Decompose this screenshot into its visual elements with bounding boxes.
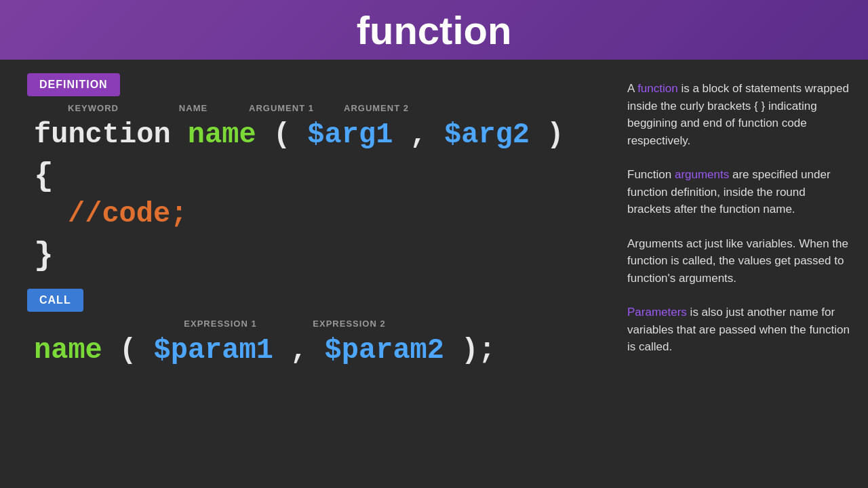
call-code-line: name ( $param1 , $param2 );	[27, 332, 583, 369]
left-panel: DEFINITION KEYWORD NAME ARGUMENT 1 ARGUM…	[0, 60, 610, 488]
col-expr1: EXPRESSION 1	[146, 319, 295, 329]
right-panel: A function is a block of statements wrap…	[610, 60, 868, 488]
arg2-token: $arg2	[444, 119, 530, 151]
open-brace-line: {	[27, 157, 583, 197]
arg1-token: $arg1	[307, 119, 393, 151]
call-label: CALL	[27, 289, 83, 312]
description-para4: Parameters is also just another name for…	[627, 304, 851, 356]
name-token: name	[188, 119, 256, 151]
definition-label: DEFINITION	[27, 73, 120, 96]
description-para2: Function arguments are specified under f…	[627, 166, 851, 218]
col-expr2: EXPRESSION 2	[295, 319, 403, 329]
para1-highlight: function	[637, 82, 678, 95]
description-para3: Arguments act just like variables. When …	[627, 235, 851, 287]
col-name: NAME	[153, 103, 234, 113]
definition-section: DEFINITION KEYWORD NAME ARGUMENT 1 ARGUM…	[27, 73, 583, 275]
call-open-paren: (	[119, 334, 136, 367]
description-para1: A function is a block of statements wrap…	[627, 80, 851, 149]
call-columns: EXPRESSION 1 EXPRESSION 2	[27, 319, 583, 329]
page-title: function	[357, 7, 512, 53]
col-arg2: ARGUMENT 2	[329, 103, 424, 113]
param1-token: $param1	[153, 334, 273, 367]
para2-start: Function	[627, 168, 675, 181]
open-paren: (	[273, 119, 290, 151]
definition-code-line1: function name ( $arg1 , $arg2 )	[27, 117, 583, 154]
close-brace: }	[34, 237, 54, 274]
col-keyword: KEYWORD	[34, 103, 153, 113]
col-arg1: ARGUMENT 1	[234, 103, 329, 113]
para1-start: A	[627, 82, 637, 95]
call-name-token: name	[34, 334, 102, 367]
comma1: ,	[410, 119, 427, 151]
param2-token: $param2	[325, 334, 444, 367]
open-brace: {	[34, 158, 54, 195]
call-close: );	[461, 334, 495, 367]
comment-token: //code;	[68, 198, 187, 230]
para2-highlight: arguments	[675, 168, 729, 181]
call-section: CALL EXPRESSION 1 EXPRESSION 2 name ( $p…	[27, 289, 583, 369]
call-comma: ,	[290, 334, 307, 367]
para4-highlight: Parameters	[627, 306, 687, 319]
keyword-token: function	[34, 119, 171, 151]
main-content: DEFINITION KEYWORD NAME ARGUMENT 1 ARGUM…	[0, 60, 868, 488]
header: function	[0, 0, 868, 60]
close-brace-line: }	[27, 237, 583, 276]
comment-line: //code;	[27, 196, 583, 233]
definition-columns: KEYWORD NAME ARGUMENT 1 ARGUMENT 2	[27, 103, 583, 113]
close-paren: )	[547, 119, 564, 151]
